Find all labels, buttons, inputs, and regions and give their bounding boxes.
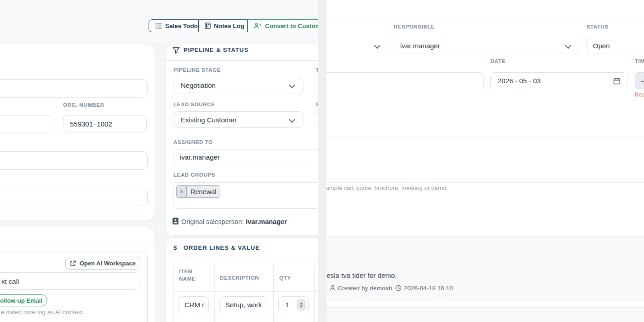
responsible-select[interactable]: ivar.manager	[394, 38, 579, 53]
divider	[166, 258, 318, 258]
divider	[327, 19, 644, 19]
org-number-label: ORG. NUMBER	[63, 102, 104, 108]
remove-tag-button[interactable]: ×	[177, 186, 187, 197]
person-icon	[330, 285, 335, 291]
lead-groups-label: LEAD GROUPS	[173, 172, 215, 178]
notes-log-button[interactable]: Notes Log	[199, 19, 247, 32]
ai-context-note: e dated note log as AI context.	[1, 309, 85, 316]
assigned-to-input[interactable]: ivar.manager	[173, 149, 318, 165]
status-label: STATUS	[586, 24, 609, 29]
crm-page: Sales Todo Notes Log Convert to Customer…	[0, 0, 644, 322]
pipeline-card-title: PIPELINE & STATUS	[184, 46, 248, 53]
followup-email-label: Follow-up Email	[0, 297, 42, 304]
toolbar: Sales Todo Notes Log Convert to Customer	[149, 19, 318, 32]
responsible-value: ivar.manager	[400, 42, 440, 50]
date-value: 2026 - 05 - 03	[498, 77, 540, 85]
sales-todo-label: Sales Todo	[165, 23, 198, 29]
ai-topic-value: xt call	[1, 277, 19, 285]
chevron-down-icon	[374, 42, 380, 49]
clipped-select-s[interactable]	[314, 111, 318, 129]
calendar-icon	[613, 77, 621, 85]
qty-input[interactable]: 1	[278, 296, 309, 313]
responsible-label: RESPONSIBLE	[394, 24, 435, 29]
divider	[166, 60, 318, 61]
chevron-down-icon	[289, 82, 295, 88]
org-number-value: 559301–1002	[70, 120, 112, 128]
company-field-1[interactable]	[0, 79, 148, 98]
qty-value: 1	[285, 301, 289, 309]
chevron-down-icon	[289, 116, 295, 123]
description-input[interactable]: Setup, work	[219, 296, 268, 313]
time-input[interactable]: –	[635, 72, 644, 89]
pane-divider	[318, 0, 327, 322]
pipeline-stage-select[interactable]: Negotiation	[173, 77, 304, 93]
ai-topic-input[interactable]: xt call	[0, 272, 139, 290]
convert-to-customer-button[interactable]: Convert to Customer	[247, 19, 318, 32]
time-label: TIME	[635, 58, 644, 64]
assigned-to-label: ASSIGNED TO	[173, 139, 213, 145]
qty-stepper[interactable]	[297, 299, 306, 310]
chevron-down-icon	[565, 42, 571, 49]
activity-text: esla tva tider for demo.	[327, 271, 397, 279]
date-label: DATE	[490, 58, 506, 64]
stepper-down-icon	[300, 305, 303, 307]
notes-log-label: Notes Log	[214, 23, 244, 29]
description-value: Setup, work	[225, 301, 262, 309]
divider	[0, 243, 154, 243]
sales-todo-button[interactable]: Sales Todo	[149, 19, 199, 32]
funnel-icon	[172, 47, 180, 54]
clipped-select-left[interactable]	[327, 38, 387, 54]
company-field-4[interactable]	[0, 188, 148, 206]
external-link-icon	[70, 260, 76, 266]
contact-badge-icon	[172, 218, 178, 224]
table-border	[314, 264, 315, 322]
lead-source-label: LEAD SOURCE	[173, 102, 215, 107]
checklist-icon	[155, 23, 162, 29]
form-pane: Sales Todo Notes Log Convert to Customer…	[0, 0, 318, 322]
pipeline-stage-value: Negotiation	[181, 81, 216, 89]
journal-icon	[205, 23, 211, 29]
dollar-icon: $	[173, 244, 177, 251]
status-value: Open	[593, 42, 610, 50]
lead-group-tag-label: Renewal	[187, 186, 220, 197]
date-input[interactable]: 2026 - 05 - 03	[490, 72, 627, 89]
hint-text: xample call, quote, brochure, meeting or…	[327, 184, 448, 191]
original-salesperson-label: Original salesperson:	[181, 218, 246, 225]
followup-email-button[interactable]: Follow-up Email	[0, 294, 47, 306]
clipped-select-t[interactable]	[314, 77, 318, 94]
col-qty: QTY	[279, 275, 291, 281]
lead-groups-box[interactable]: × Renewal	[173, 182, 318, 209]
lead-group-tag: × Renewal	[176, 185, 220, 198]
company-field-2[interactable]	[0, 115, 53, 133]
divider	[327, 182, 644, 183]
pipeline-stage-label: PIPELINE STAGE	[173, 67, 221, 73]
order-card-title: ORDER LINES & VALUE	[184, 244, 260, 251]
divider	[327, 137, 644, 137]
col-item-name: ITEM NAME	[179, 268, 206, 282]
created-at-text: 2026-04-18 16:10	[404, 285, 453, 292]
lead-source-select[interactable]: Existing Customer	[173, 111, 304, 128]
assigned-to-value: ivar.manager	[180, 153, 220, 161]
item-name-input[interactable]: CRM r	[178, 296, 209, 313]
company-field-3[interactable]	[0, 151, 148, 170]
lower-band	[327, 307, 644, 322]
table-border	[273, 264, 274, 322]
clock-icon	[395, 285, 402, 291]
stepper-up-icon	[300, 302, 303, 304]
item-name-value: CRM r	[184, 301, 204, 309]
open-ai-workspace-label: Open AI Workspace	[80, 260, 136, 267]
open-ai-workspace-button[interactable]: Open AI Workspace	[65, 257, 140, 270]
status-select[interactable]: Open	[586, 38, 644, 53]
table-border	[214, 264, 215, 322]
original-salesperson-value: ivar.manager	[246, 218, 287, 225]
org-number-input[interactable]: 559301–1002	[63, 115, 147, 132]
created-by-text: Created by demoab	[338, 285, 392, 292]
table-header-divider	[173, 291, 318, 292]
clipped-input-left[interactable]	[327, 72, 484, 90]
original-salesperson-row: Original salesperson: ivar.manager	[181, 218, 287, 225]
time-note: Rec	[635, 92, 644, 98]
detail-pane: RESPONSIBLE STATUS ivar.manager Open DAT…	[327, 0, 644, 322]
convert-to-customer-label: Convert to Customer	[265, 23, 318, 29]
col-description: DESCRIPTION	[220, 275, 259, 281]
lead-source-value: Existing Customer	[181, 116, 237, 124]
